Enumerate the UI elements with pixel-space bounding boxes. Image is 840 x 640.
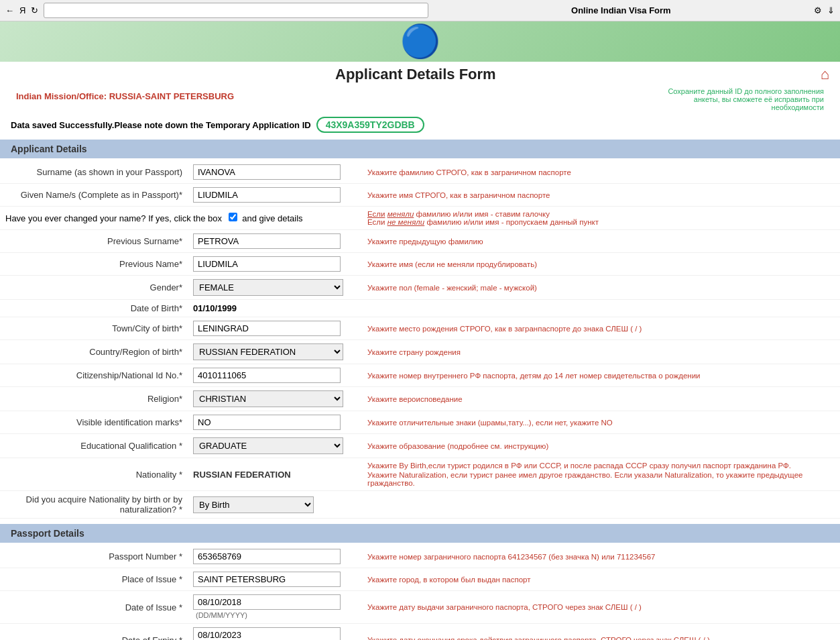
dob-value-cell: 01/10/1999 (188, 300, 362, 317)
applicant-details-table: Surname (as shown in your Passport) Укаж… (0, 161, 840, 519)
bookmark-icon[interactable]: Я (19, 5, 25, 15)
citizenship-label: Citizenship/National Id No.* (0, 364, 188, 387)
nationality-by-birth-select-cell: By Birth By Naturalization (188, 491, 362, 519)
visible-marks-input[interactable] (193, 415, 341, 430)
prev-name-label: Previous Name* (0, 253, 188, 276)
nationality-by-birth-hint (362, 491, 840, 519)
prev-name-input[interactable] (193, 256, 341, 272)
changed-name-label: Have you ever changed your name? If yes,… (5, 213, 222, 223)
passport-number-input-cell (188, 545, 362, 568)
date-of-issue-format: (DD/MM/YYYY) (196, 611, 247, 619)
given-name-label: Given Name/s (Complete as in Passport)* (0, 184, 188, 207)
emblem-icon: 🔵 (400, 23, 440, 60)
passport-number-hint: Укажите номер заграничного паспорта 6412… (362, 545, 840, 568)
nationality-by-birth-select[interactable]: By Birth By Naturalization (193, 496, 314, 513)
mission-info-row: Indian Mission/Office: RUSSIA-SAINT PETE… (0, 86, 840, 113)
country-select-cell: RUSSIAN FEDERATION OTHER (188, 340, 362, 364)
religion-select-cell: CHRISTIAN HINDU MUSLIM SIKH BUDDHIST JAI… (188, 387, 362, 411)
visible-marks-hint: Укажите отличительные знаки (шрамы,тату.… (362, 411, 840, 434)
table-row: Educational Qualification * GRADUATE POS… (0, 434, 840, 458)
surname-input[interactable] (193, 164, 341, 180)
citizenship-input-cell (188, 364, 362, 387)
mission-value: RUSSIA-SAINT PETERSBURG (109, 91, 234, 101)
religion-label: Religion* (0, 387, 188, 411)
surname-input-cell (188, 161, 362, 184)
nationality-value: RUSSIAN FEDERATION (193, 470, 291, 480)
application-id-badge: 43X9A359TY2GDBB (316, 117, 424, 133)
mission-label: Indian Mission/Office: (16, 91, 107, 101)
prev-name-input-cell (188, 253, 362, 276)
settings-icon[interactable]: ⚙ (814, 5, 822, 15)
prev-name-hint: Укажите имя (если не меняли продублирова… (362, 253, 840, 276)
nationality-by-birth-label: Did you acquire Nationality by birth or … (0, 491, 188, 519)
download-icon[interactable]: ⇓ (827, 5, 835, 15)
changed-name-hint2: Если не меняли фамилию и/или имя - пропу… (367, 218, 835, 226)
prev-surname-hint: Укажите предыдущую фамилию (362, 230, 840, 253)
country-label: Country/Region of birth* (0, 340, 188, 364)
gender-label: Gender* (0, 276, 188, 300)
table-row: Previous Surname* Укажите предыдущую фам… (0, 230, 840, 253)
date-of-expiry-input-cell: (DD/MM/YYYY) (188, 624, 362, 641)
passport-number-input[interactable] (193, 549, 341, 564)
back-icon[interactable]: ← (5, 5, 14, 15)
table-row: Nationality * RUSSIAN FEDERATION Укажите… (0, 458, 840, 491)
header-banner: 🔵 (0, 21, 840, 62)
date-of-issue-input-cell: (DD/MM/YYYY) (188, 591, 362, 624)
table-row: Given Name/s (Complete as in Passport)* … (0, 184, 840, 207)
saved-message: Data saved Successfully.Please note down… (11, 120, 311, 130)
visible-marks-label: Visible identification marks* (0, 411, 188, 434)
surname-label: Surname (as shown in your Passport) (0, 161, 188, 184)
russian-save-note: Сохраните данный ID до полного заполнени… (647, 87, 835, 111)
town-input-cell (188, 317, 362, 340)
citizenship-hint: Укажите номер внутреннего РФ паспорта, д… (362, 364, 840, 387)
nationality-hint: Укажите By Birth,если турист родился в Р… (362, 458, 840, 491)
date-of-issue-label: Date of Issue * (0, 591, 188, 624)
browser-bar: ← Я ↻ indianvisaonline.gov.in Online Ind… (0, 0, 840, 21)
changed-name-row: Have you ever changed your name? If yes,… (0, 207, 840, 230)
refresh-icon[interactable]: ↻ (31, 5, 38, 15)
home-icon[interactable]: ⌂ (821, 66, 829, 83)
table-row: Date of Birth* 01/10/1999 (0, 300, 840, 317)
country-select[interactable]: RUSSIAN FEDERATION OTHER (193, 343, 343, 360)
town-input[interactable] (193, 321, 341, 336)
edu-select-cell: GRADUATE POST GRADUATE DOCTORAL PROFESSI… (188, 434, 362, 458)
dob-label: Date of Birth* (0, 300, 188, 317)
edu-select[interactable]: GRADUATE POST GRADUATE DOCTORAL PROFESSI… (193, 437, 343, 454)
nationality-value-cell: RUSSIAN FEDERATION (188, 458, 362, 491)
prev-surname-input[interactable] (193, 233, 341, 249)
table-row: Town/City of birth* Укажите место рожден… (0, 317, 840, 340)
mission-line: Indian Mission/Office: RUSSIA-SAINT PETE… (5, 87, 245, 105)
edu-label: Educational Qualification * (0, 434, 188, 458)
given-name-input[interactable] (193, 187, 341, 203)
table-row: Citizenship/National Id No.* Укажите ном… (0, 364, 840, 387)
place-of-issue-hint: Укажите город, в котором был выдан паспо… (362, 568, 840, 591)
surname-hint: Укажите фамилию СТРОГО, как в загранично… (362, 161, 840, 184)
table-row: Visible identification marks* Укажите от… (0, 411, 840, 434)
table-row: Date of Issue * (DD/MM/YYYY) Укажите дат… (0, 591, 840, 624)
date-of-issue-input[interactable] (193, 594, 341, 610)
passport-details-table: Passport Number * Укажите номер загранич… (0, 545, 840, 640)
address-bar[interactable]: indianvisaonline.gov.in (44, 3, 428, 18)
changed-name-hint: Если меняли фамилию и/или имя - ставим г… (362, 207, 840, 230)
place-of-issue-label: Place of Issue * (0, 568, 188, 591)
changed-name-checkbox[interactable] (229, 213, 237, 221)
town-hint: Укажите место рождения СТРОГО, как в заг… (362, 317, 840, 340)
nationality-hint1: Укажите By Birth,если турист родился в Р… (367, 462, 835, 470)
changed-name-hint1: Если меняли фамилию и/или имя - ставим г… (367, 210, 835, 218)
table-row: Country/Region of birth* RUSSIAN FEDERAT… (0, 340, 840, 364)
gender-select-cell: FEMALE MALE TRANSGENDER (188, 276, 362, 300)
religion-select[interactable]: CHRISTIAN HINDU MUSLIM SIKH BUDDHIST JAI… (193, 390, 343, 407)
date-of-expiry-input[interactable] (193, 627, 341, 640)
given-name-input-cell (188, 184, 362, 207)
gender-select[interactable]: FEMALE MALE TRANSGENDER (193, 279, 343, 296)
prev-surname-input-cell (188, 230, 362, 253)
dob-value: 01/10/1999 (193, 303, 237, 313)
table-row: Gender* FEMALE MALE TRANSGENDER Укажите … (0, 276, 840, 300)
citizenship-input[interactable] (193, 368, 341, 383)
place-of-issue-input[interactable] (193, 572, 341, 587)
edu-hint: Укажите образование (подробнее см. инстр… (362, 434, 840, 458)
town-label: Town/City of birth* (0, 317, 188, 340)
table-row: Surname (as shown in your Passport) Укаж… (0, 161, 840, 184)
section-applicant-details: Applicant Details (0, 140, 840, 158)
saved-id-line: Data saved Successfully.Please note down… (0, 113, 840, 134)
